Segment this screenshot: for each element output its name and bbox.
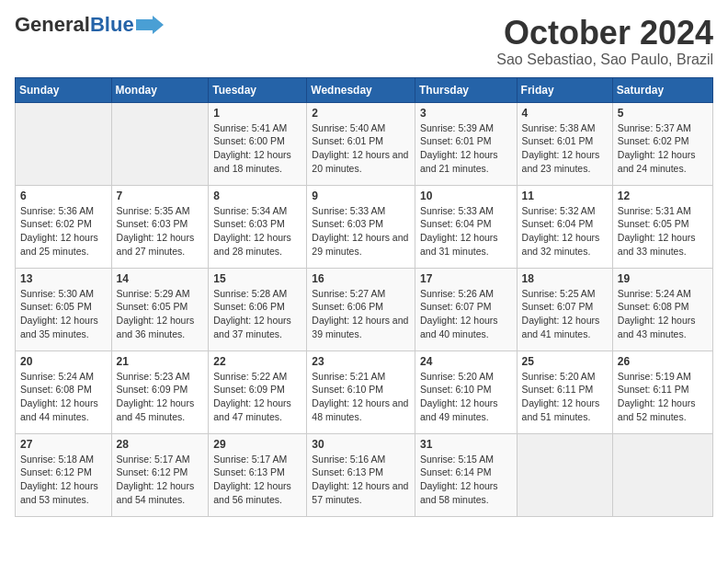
day-info: Sunrise: 5:20 AMSunset: 6:11 PMDaylight:… [522, 370, 608, 424]
day-info: Sunrise: 5:24 AMSunset: 6:08 PMDaylight:… [20, 370, 107, 424]
calendar-cell: 25Sunrise: 5:20 AMSunset: 6:11 PMDayligh… [517, 350, 612, 433]
page-header: GeneralBlue October 2024 Sao Sebastiao, … [15, 15, 713, 68]
day-number: 9 [312, 190, 410, 202]
day-info: Sunrise: 5:20 AMSunset: 6:10 PMDaylight:… [420, 370, 512, 424]
day-number: 3 [420, 107, 512, 120]
calendar-cell: 12Sunrise: 5:31 AMSunset: 6:05 PMDayligh… [612, 185, 712, 268]
day-number: 15 [213, 272, 301, 285]
day-info: Sunrise: 5:18 AMSunset: 6:12 PMDaylight:… [20, 453, 107, 507]
day-info: Sunrise: 5:24 AMSunset: 6:08 PMDaylight:… [618, 287, 708, 341]
day-number: 5 [618, 107, 708, 120]
calendar-cell: 27Sunrise: 5:18 AMSunset: 6:12 PMDayligh… [16, 433, 112, 516]
day-info: Sunrise: 5:30 AMSunset: 6:05 PMDaylight:… [20, 287, 107, 341]
col-header-saturday: Saturday [612, 77, 712, 102]
calendar-cell: 20Sunrise: 5:24 AMSunset: 6:08 PMDayligh… [16, 350, 112, 433]
day-info: Sunrise: 5:40 AMSunset: 6:01 PMDaylight:… [312, 121, 410, 176]
calendar-cell: 17Sunrise: 5:26 AMSunset: 6:07 PMDayligh… [415, 268, 517, 350]
day-info: Sunrise: 5:29 AMSunset: 6:05 PMDaylight:… [117, 287, 204, 341]
day-number: 14 [117, 272, 204, 285]
calendar-cell: 15Sunrise: 5:28 AMSunset: 6:06 PMDayligh… [209, 268, 307, 350]
calendar-cell: 2Sunrise: 5:40 AMSunset: 6:01 PMDaylight… [307, 102, 415, 185]
calendar-cell [16, 102, 112, 185]
day-number: 27 [20, 438, 107, 451]
calendar-subtitle: Sao Sebastiao, Sao Paulo, Brazil [496, 52, 713, 68]
calendar-cell: 8Sunrise: 5:34 AMSunset: 6:03 PMDaylight… [209, 185, 307, 268]
day-number: 22 [213, 355, 301, 368]
day-info: Sunrise: 5:41 AMSunset: 6:00 PMDaylight:… [213, 121, 301, 176]
day-info: Sunrise: 5:17 AMSunset: 6:13 PMDaylight:… [213, 453, 301, 507]
day-number: 20 [20, 355, 107, 368]
day-info: Sunrise: 5:34 AMSunset: 6:03 PMDaylight:… [213, 204, 301, 259]
calendar-cell: 18Sunrise: 5:25 AMSunset: 6:07 PMDayligh… [517, 268, 612, 350]
calendar-week-row: 6Sunrise: 5:36 AMSunset: 6:02 PMDaylight… [16, 185, 713, 268]
day-number: 11 [522, 190, 608, 202]
day-info: Sunrise: 5:27 AMSunset: 6:06 PMDaylight:… [312, 287, 410, 341]
day-number: 1 [213, 107, 301, 120]
logo-arrow-icon [136, 16, 164, 34]
title-block: October 2024 Sao Sebastiao, Sao Paulo, B… [496, 15, 713, 68]
calendar-table: SundayMondayTuesdayWednesdayThursdayFrid… [15, 77, 713, 517]
logo-general: General [15, 13, 90, 36]
day-number: 8 [213, 190, 301, 202]
calendar-cell [517, 433, 612, 516]
day-number: 10 [420, 190, 512, 202]
day-number: 23 [312, 355, 410, 368]
day-number: 7 [117, 190, 204, 202]
calendar-cell: 11Sunrise: 5:32 AMSunset: 6:04 PMDayligh… [517, 185, 612, 268]
calendar-cell: 28Sunrise: 5:17 AMSunset: 6:12 PMDayligh… [111, 433, 209, 516]
day-info: Sunrise: 5:36 AMSunset: 6:02 PMDaylight:… [20, 204, 107, 259]
calendar-cell: 4Sunrise: 5:38 AMSunset: 6:01 PMDaylight… [517, 102, 612, 185]
calendar-cell: 10Sunrise: 5:33 AMSunset: 6:04 PMDayligh… [415, 185, 517, 268]
day-number: 30 [312, 438, 410, 451]
calendar-cell: 14Sunrise: 5:29 AMSunset: 6:05 PMDayligh… [111, 268, 209, 350]
calendar-title: October 2024 [496, 15, 713, 52]
calendar-week-row: 20Sunrise: 5:24 AMSunset: 6:08 PMDayligh… [16, 350, 713, 433]
day-info: Sunrise: 5:23 AMSunset: 6:09 PMDaylight:… [117, 370, 204, 424]
calendar-cell: 9Sunrise: 5:33 AMSunset: 6:03 PMDaylight… [307, 185, 415, 268]
calendar-cell: 5Sunrise: 5:37 AMSunset: 6:02 PMDaylight… [612, 102, 712, 185]
calendar-cell: 1Sunrise: 5:41 AMSunset: 6:00 PMDaylight… [209, 102, 307, 185]
calendar-header-row: SundayMondayTuesdayWednesdayThursdayFrid… [16, 77, 713, 102]
calendar-cell: 6Sunrise: 5:36 AMSunset: 6:02 PMDaylight… [16, 185, 112, 268]
day-info: Sunrise: 5:39 AMSunset: 6:01 PMDaylight:… [420, 121, 512, 176]
calendar-cell: 22Sunrise: 5:22 AMSunset: 6:09 PMDayligh… [209, 350, 307, 433]
calendar-cell: 26Sunrise: 5:19 AMSunset: 6:11 PMDayligh… [612, 350, 712, 433]
day-number: 24 [420, 355, 512, 368]
day-info: Sunrise: 5:32 AMSunset: 6:04 PMDaylight:… [522, 204, 608, 259]
calendar-cell: 29Sunrise: 5:17 AMSunset: 6:13 PMDayligh… [209, 433, 307, 516]
day-number: 19 [618, 272, 708, 285]
calendar-week-row: 13Sunrise: 5:30 AMSunset: 6:05 PMDayligh… [16, 268, 713, 350]
day-number: 18 [522, 272, 608, 285]
day-info: Sunrise: 5:16 AMSunset: 6:13 PMDaylight:… [312, 453, 410, 507]
calendar-cell [111, 102, 209, 185]
logo: GeneralBlue [15, 15, 164, 35]
day-number: 29 [213, 438, 301, 451]
day-info: Sunrise: 5:38 AMSunset: 6:01 PMDaylight:… [522, 121, 608, 176]
calendar-cell: 31Sunrise: 5:15 AMSunset: 6:14 PMDayligh… [415, 433, 517, 516]
day-number: 17 [420, 272, 512, 285]
day-number: 21 [117, 355, 204, 368]
day-info: Sunrise: 5:33 AMSunset: 6:03 PMDaylight:… [312, 204, 410, 259]
calendar-week-row: 1Sunrise: 5:41 AMSunset: 6:00 PMDaylight… [16, 102, 713, 185]
day-number: 4 [522, 107, 608, 120]
col-header-wednesday: Wednesday [307, 77, 415, 102]
day-number: 28 [117, 438, 204, 451]
day-info: Sunrise: 5:26 AMSunset: 6:07 PMDaylight:… [420, 287, 512, 341]
day-info: Sunrise: 5:17 AMSunset: 6:12 PMDaylight:… [117, 453, 204, 507]
day-info: Sunrise: 5:35 AMSunset: 6:03 PMDaylight:… [117, 204, 204, 259]
day-number: 16 [312, 272, 410, 285]
col-header-tuesday: Tuesday [209, 77, 307, 102]
svg-marker-0 [136, 16, 164, 34]
day-info: Sunrise: 5:19 AMSunset: 6:11 PMDaylight:… [618, 370, 708, 424]
day-number: 13 [20, 272, 107, 285]
day-info: Sunrise: 5:33 AMSunset: 6:04 PMDaylight:… [420, 204, 512, 259]
day-number: 12 [618, 190, 708, 202]
calendar-cell: 16Sunrise: 5:27 AMSunset: 6:06 PMDayligh… [307, 268, 415, 350]
day-info: Sunrise: 5:21 AMSunset: 6:10 PMDaylight:… [312, 370, 410, 424]
day-number: 26 [618, 355, 708, 368]
calendar-cell: 3Sunrise: 5:39 AMSunset: 6:01 PMDaylight… [415, 102, 517, 185]
day-number: 31 [420, 438, 512, 451]
calendar-week-row: 27Sunrise: 5:18 AMSunset: 6:12 PMDayligh… [16, 433, 713, 516]
day-info: Sunrise: 5:37 AMSunset: 6:02 PMDaylight:… [618, 121, 708, 176]
day-info: Sunrise: 5:25 AMSunset: 6:07 PMDaylight:… [522, 287, 608, 341]
